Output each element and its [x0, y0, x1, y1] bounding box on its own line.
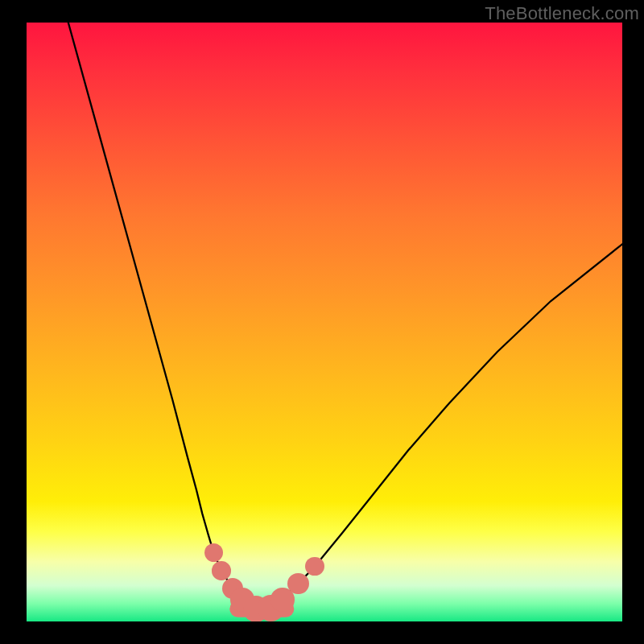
curve-right-branch	[256, 244, 622, 609]
curve-left-branch	[68, 23, 256, 609]
plot-area	[27, 23, 622, 621]
bottleneck-curve	[27, 23, 622, 621]
marker-dot	[212, 561, 231, 580]
chart-frame: TheBottleneck.com	[0, 0, 644, 644]
marker-dot	[287, 573, 309, 595]
watermark-text: TheBottleneck.com	[485, 3, 639, 24]
marker-dot	[305, 557, 324, 576]
